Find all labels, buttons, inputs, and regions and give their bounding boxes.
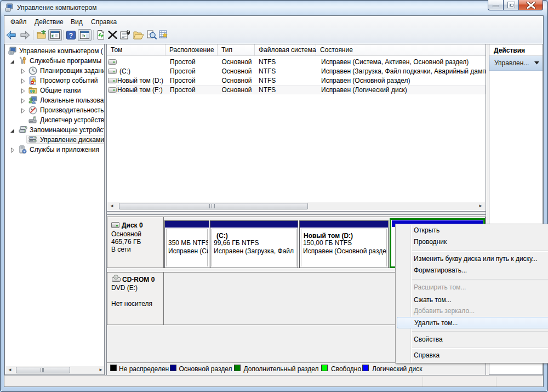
svg-text:?: ? [69, 32, 73, 39]
